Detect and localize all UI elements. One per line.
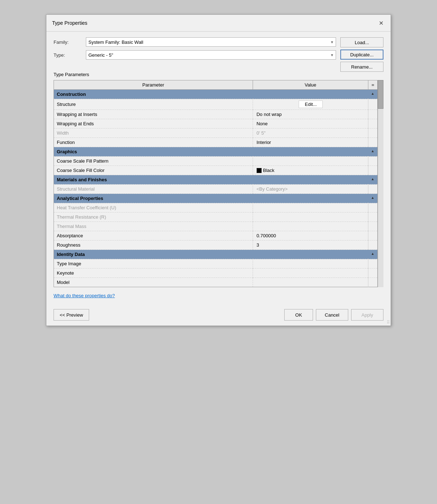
table-row: Thermal Resistance (R) <box>54 213 378 222</box>
header-row: Parameter Value = <box>54 80 378 90</box>
form-area: Family: System Family: Basic Wall ▼ Type… <box>54 37 383 72</box>
section-header: Construction▲ <box>54 90 378 99</box>
value-cell: Interior <box>253 138 368 147</box>
param-cell: Function <box>54 138 253 147</box>
family-row: Family: System Family: Basic Wall ▼ <box>54 37 336 47</box>
col-value: Value <box>253 80 368 90</box>
eq-cell <box>368 231 378 241</box>
value-cell <box>253 278 368 287</box>
eq-cell <box>368 119 378 129</box>
value-cell <box>253 259 368 269</box>
table-row: Heat Transfer Coefficient (U) <box>54 203 378 213</box>
eq-cell <box>368 269 378 278</box>
table-row: Keynote <box>54 269 378 278</box>
section-name: Construction <box>57 92 86 97</box>
value-cell: Do not wrap <box>253 110 368 119</box>
table-row: Absorptance0.700000 <box>54 231 378 241</box>
eq-cell <box>368 278 378 287</box>
param-cell: Model <box>54 278 253 287</box>
color-swatch <box>257 168 262 173</box>
load-button[interactable]: Load... <box>340 37 383 47</box>
side-buttons-area: Load... Duplicate... Rename... <box>340 37 383 72</box>
value-cell: 0.700000 <box>253 231 368 241</box>
param-cell: Roughness <box>54 241 253 250</box>
form-rows: Family: System Family: Basic Wall ▼ Type… <box>54 37 336 60</box>
scrollbar-track[interactable] <box>378 80 383 287</box>
table-row: StructureEdit... <box>54 99 378 110</box>
param-cell: Structural Material <box>54 185 253 194</box>
eq-cell <box>368 99 378 110</box>
value-cell <box>253 222 368 231</box>
table-row: Roughness3 <box>54 241 378 250</box>
value-cell[interactable]: Black <box>253 166 368 175</box>
param-cell: Type Image <box>54 259 253 269</box>
type-row: Type: Generic - 5" ▼ <box>54 50 336 60</box>
table-row: Wrapping at EndsNone <box>54 119 378 129</box>
param-cell: Thermal Resistance (R) <box>54 213 253 222</box>
value-cell: <By Category> <box>253 185 368 194</box>
expand-icon[interactable]: ▲ <box>371 252 374 256</box>
value-cell <box>253 213 368 222</box>
table-row: Structural Material<By Category> <box>54 185 378 194</box>
value-cell[interactable]: Edit... <box>253 99 368 110</box>
param-cell: Structure <box>54 99 253 110</box>
table-row: Wrapping at InsertsDo not wrap <box>54 110 378 119</box>
expand-icon[interactable]: ▲ <box>371 177 374 181</box>
expand-icon[interactable]: ▲ <box>371 196 374 200</box>
section-header: Identity Data▲ <box>54 250 378 259</box>
table-row: Width0' 5" <box>54 129 378 138</box>
table-body: Construction▲StructureEdit...Wrapping at… <box>54 90 378 287</box>
expand-icon[interactable]: ▲ <box>371 92 374 95</box>
cancel-button[interactable]: Cancel <box>316 309 348 321</box>
resize-grip[interactable]: ⠿ <box>387 320 390 325</box>
close-button[interactable]: ✕ <box>377 19 385 27</box>
type-select[interactable]: Generic - 5" <box>86 50 336 60</box>
param-cell: Wrapping at Ends <box>54 119 253 129</box>
table-row: Model <box>54 278 378 287</box>
section-name: Materials and Finishes <box>57 177 107 182</box>
family-select-wrapper: System Family: Basic Wall ▼ <box>86 37 336 47</box>
param-cell: Wrapping at Inserts <box>54 110 253 119</box>
eq-cell <box>368 157 378 166</box>
type-parameters-label-area: Type Parameters <box>54 72 383 77</box>
eq-cell <box>368 213 378 222</box>
family-label: Family: <box>54 39 86 45</box>
value-cell <box>253 157 368 166</box>
scrollbar-thumb[interactable] <box>378 80 383 109</box>
section-header: Graphics▲ <box>54 147 378 157</box>
help-link[interactable]: What do these properties do? <box>54 293 115 298</box>
section-name: Analytical Properties <box>57 196 103 201</box>
expand-icon[interactable]: ▲ <box>371 149 374 153</box>
rename-button[interactable]: Rename... <box>340 62 383 72</box>
eq-cell <box>368 222 378 231</box>
value-cell <box>253 269 368 278</box>
table-row: Coarse Scale Fill ColorBlack <box>54 166 378 175</box>
form-fields: Family: System Family: Basic Wall ▼ Type… <box>54 37 336 65</box>
value-cell <box>253 203 368 213</box>
param-cell: Width <box>54 129 253 138</box>
dialog-title: Type Properties <box>52 20 87 26</box>
eq-cell <box>368 185 378 194</box>
title-bar: Type Properties ✕ <box>46 15 391 32</box>
preview-button[interactable]: << Preview <box>54 309 89 321</box>
duplicate-button[interactable]: Duplicate... <box>340 50 383 60</box>
family-select[interactable]: System Family: Basic Wall <box>86 37 336 47</box>
value-cell: 3 <box>253 241 368 250</box>
section-header: Analytical Properties▲ <box>54 194 378 203</box>
eq-cell <box>368 129 378 138</box>
table-row: Type Image <box>54 259 378 269</box>
table-header: Parameter Value = <box>54 80 378 90</box>
eq-cell <box>368 138 378 147</box>
type-label: Type: <box>54 52 86 58</box>
ok-button[interactable]: OK <box>284 309 313 321</box>
eq-cell <box>368 241 378 250</box>
eq-cell <box>368 203 378 213</box>
param-cell: Coarse Scale Fill Pattern <box>54 157 253 166</box>
section-header: Materials and Finishes▲ <box>54 175 378 185</box>
edit-button[interactable]: Edit... <box>299 101 323 108</box>
param-cell: Thermal Mass <box>54 222 253 231</box>
type-select-wrapper: Generic - 5" ▼ <box>86 50 336 60</box>
section-name: Identity Data <box>57 252 85 257</box>
apply-button[interactable]: Apply <box>351 309 383 321</box>
param-cell: Absorptance <box>54 231 253 241</box>
